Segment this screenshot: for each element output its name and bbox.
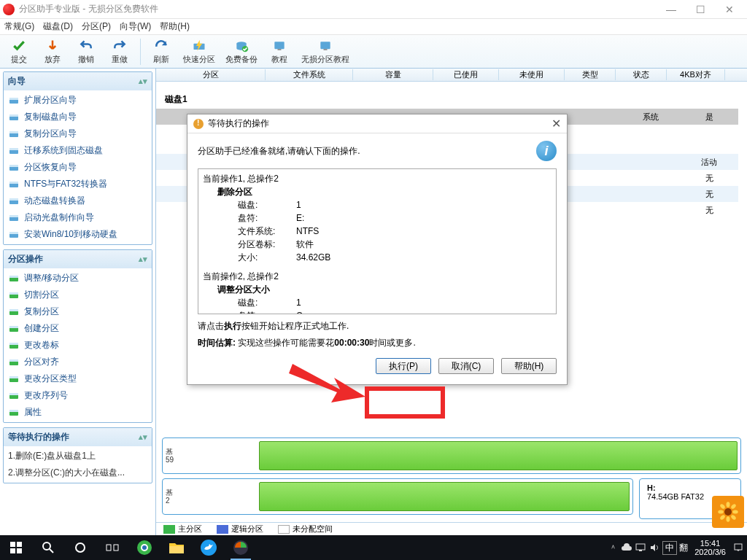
col-capacity[interactable]: 容量 [353,69,433,80]
disk-icon [8,179,20,190]
tb-backup[interactable]: 免费备份 [221,36,262,68]
row-status: 无 [680,173,738,184]
wizard-item[interactable]: 复制磁盘向导 [4,109,152,125]
menu-help[interactable]: 帮助(H) [160,20,190,33]
close-button[interactable]: ✕ [715,0,744,19]
ime-indicator[interactable]: 中 [662,541,677,555]
start-button[interactable] [0,535,32,560]
taskbar-app-explorer[interactable] [160,535,193,560]
taskbar-app-browser[interactable] [128,535,160,560]
media-widget[interactable] [712,496,744,528]
col-align[interactable]: 4KB对齐 [667,69,725,80]
dialog-title-bar[interactable]: 等待执行的操作 ✕ [187,114,567,133]
disk-chart-2[interactable]: 基 2 [162,478,633,515]
wizard-item[interactable]: 复制分区向导 [4,125,152,142]
undo-icon [79,39,93,53]
wizard-item[interactable]: 迁移系统到固态磁盘 [4,142,152,159]
svg-point-47 [732,510,738,514]
tb-tutorial2[interactable]: 无损分区教程 [297,36,354,68]
partition-icon [8,407,20,419]
legend-swatch-unallocated [278,525,290,534]
operations-panel-title: 分区操作 [8,253,43,265]
operation-item[interactable]: 分区对齐 [4,354,152,370]
operation-item[interactable]: 切割分区 [4,287,152,303]
col-status[interactable]: 状态 [616,69,667,80]
col-filesystem[interactable]: 文件系统 [266,69,353,80]
backup-icon [234,39,249,53]
wizard-item[interactable]: 扩展分区向导 [4,92,152,109]
dialog-close-button[interactable]: ✕ [551,117,561,131]
tb-tutorial[interactable]: 教程 [263,36,295,68]
maximize-button[interactable]: ☐ [686,0,715,19]
search-button[interactable] [32,535,64,560]
tb-commit[interactable]: 提交 [3,36,35,68]
operation-item[interactable]: 创建分区 [4,320,152,337]
taskbar-app-3[interactable] [193,535,225,560]
wizard-item[interactable]: 动态磁盘转换器 [4,192,152,209]
operation-item[interactable]: 调整/移动分区 [4,270,152,287]
disk-visualization: 基 59 基 2 H: 74.54GB FAT32 [162,438,741,519]
tray-volume-icon[interactable] [649,542,660,553]
wizard-item-label: 复制分区向导 [24,128,77,140]
minimize-button[interactable]: — [657,0,686,19]
partition-icon [8,390,20,402]
dialog-time-estimate: 时间估算: 实现这些操作可能需要花00:00:30时间或更多. [198,337,557,349]
wizard-item[interactable]: NTFS与FAT32转换器 [4,176,152,192]
col-used[interactable]: 已使用 [433,69,499,80]
tb-discard[interactable]: 放弃 [36,36,69,68]
tb-refresh[interactable]: 刷新 [145,36,177,68]
pending-panel-header[interactable]: 等待执行的操作 ▴▾ [4,428,152,446]
op2-title: 调整分区大小 [203,283,551,296]
wizard-item[interactable]: 分区恢复向导 [4,159,152,176]
tray-network-icon[interactable] [635,542,646,553]
menu-partition[interactable]: 分区(P) [82,20,111,33]
tray-onedrive-icon[interactable] [621,542,632,553]
disk-chart-1[interactable]: 基 59 [162,438,741,474]
pending-item[interactable]: 1.删除(E:)盘从磁盘1上 [4,448,152,464]
wizard-item[interactable]: 安装Win8/10到移动硬盘 [4,226,152,243]
col-type[interactable]: 类型 [565,69,616,80]
operation-item[interactable]: 更改卷标 [4,337,152,354]
partition-bar[interactable] [259,482,630,511]
refresh-icon [154,39,169,53]
tb-redo[interactable]: 重做 [104,36,136,68]
wizard-item[interactable]: 启动光盘制作向导 [4,209,152,226]
cortana-button[interactable] [64,535,96,560]
tb-tutorial-label: 教程 [271,54,287,65]
op-detail-row: 文件系统:NTFS [203,225,551,238]
wizard-panel-header[interactable]: 向导 ▴▾ [4,72,152,90]
execute-button[interactable]: 执行(P) [376,358,431,374]
operations-panel-header[interactable]: 分区操作 ▴▾ [4,250,152,268]
highlight-box [365,386,445,419]
notifications-icon[interactable] [732,542,744,553]
partition-bar[interactable] [259,441,738,470]
check-icon [12,39,26,53]
wizard-item-label: 复制磁盘向导 [24,111,77,123]
taskbar-clock[interactable]: 15:41 2020/3/6 [690,539,730,556]
help-button[interactable]: 帮助(H) [501,358,557,374]
operation-item[interactable]: 更改分区类型 [4,370,152,387]
operation-item[interactable]: 复制分区 [4,303,152,320]
op-value: 1 [296,198,301,211]
ime-indicator-2[interactable]: 翻 [679,542,688,554]
partition-icon [8,357,20,368]
menu-general[interactable]: 常规(G) [4,20,34,33]
cancel-button[interactable]: 取消(C) [438,358,494,374]
menu-wizard[interactable]: 向导(W) [120,20,151,33]
col-partition[interactable]: 分区 [156,69,266,80]
svg-rect-28 [9,292,18,295]
svg-rect-55 [17,548,22,553]
operations-list[interactable]: 当前操作1, 总操作2 删除分区 磁盘:1盘符:E:文件系统:NTFS分区卷标:… [198,168,557,314]
taskview-button[interactable] [96,535,128,560]
pending-item[interactable]: 2.调整分区(C:)的大小在磁盘... [4,464,152,481]
operation-item[interactable]: 属性 [4,404,152,421]
tb-undo[interactable]: 撤销 [70,36,102,68]
menu-disk[interactable]: 磁盘(D) [43,20,73,33]
operation-item[interactable]: 更改序列号 [4,387,152,404]
taskbar-app-current[interactable] [225,535,257,560]
svg-rect-4 [278,49,282,50]
tray-chevron[interactable]: ＾ [607,542,619,553]
tb-quickpartition[interactable]: 快速分区 [179,36,220,68]
col-unused[interactable]: 未使用 [499,69,565,80]
partition-icon [8,289,20,301]
